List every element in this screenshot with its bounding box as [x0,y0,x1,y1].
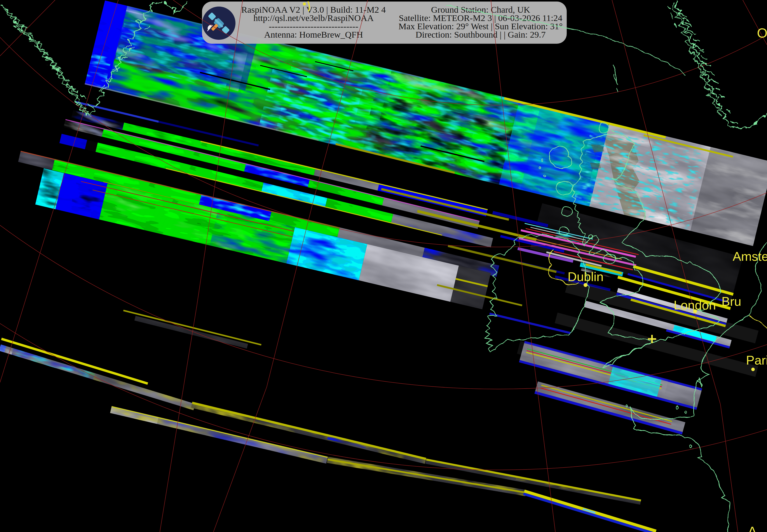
svg-text:Dublin: Dublin [568,269,604,284]
svg-text:O: O [757,25,767,40]
svg-text:Antenna: HomeBrew_QFH: Antenna: HomeBrew_QFH [264,30,363,40]
svg-text:Amste: Amste [733,249,767,263]
svg-text:A: A [748,524,757,532]
svg-text:Bru: Bru [722,294,741,308]
svg-text:Paris: Paris [746,353,767,367]
svg-text:Direction: Southbound | | Gain: Direction: Southbound | | Gain: 29.7 [416,30,546,40]
